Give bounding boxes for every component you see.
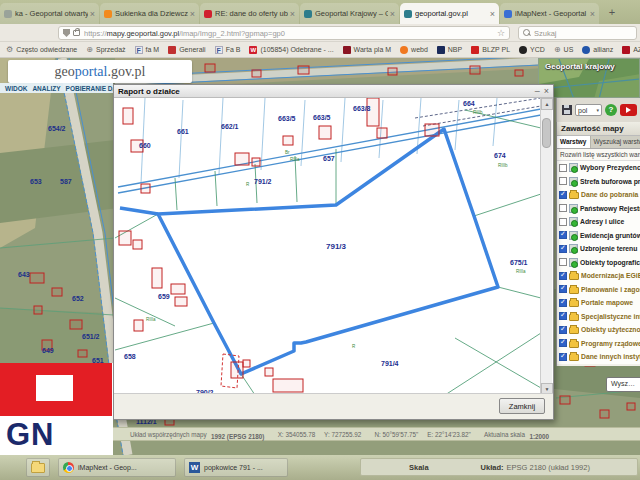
bookmark-item[interactable]: YCD [519, 46, 545, 54]
bookmark-item[interactable]: Generali [168, 46, 205, 54]
menu-item-analizy[interactable]: ANALIZY [32, 85, 60, 92]
layer-checkbox[interactable] [559, 204, 567, 212]
browser-tab[interactable]: RE: dane do oferty ubezp...× [200, 3, 299, 24]
site-favicon [437, 46, 445, 54]
taskbar-chrome-button[interactable]: iMapNext - Geop... [58, 458, 176, 477]
close-tab-icon[interactable]: × [90, 10, 95, 18]
layer-tree-item[interactable]: Specjalistyczne informacj [557, 310, 640, 324]
padlock-icon[interactable] [73, 30, 80, 36]
layer-checkbox[interactable] [559, 353, 567, 361]
bookmark-item[interactable]: ⊕US [554, 46, 573, 54]
close-tab-icon[interactable]: × [490, 10, 495, 18]
browser-tab[interactable]: iMapNext - Geoportal× [500, 3, 599, 24]
layer-tree-item[interactable]: Programy rządowe [557, 337, 640, 351]
bookmark-label: (105854) Odebrane - ... [260, 46, 333, 53]
bookmark-item[interactable]: Ffa M [135, 46, 160, 54]
browser-tab[interactable]: geoportal.gov.pl× [400, 3, 499, 24]
layer-label: Modernizacja EGiB [581, 272, 640, 279]
bookmark-label: fa M [146, 46, 160, 53]
expand-all-layers-link[interactable]: Rozwiń listę wszystkich warstw [557, 149, 640, 161]
layer-checkbox[interactable] [559, 326, 567, 334]
bookmark-star-icon[interactable]: ☆ [497, 29, 505, 38]
url-field[interactable]: https://mapy.geoportal.gov.pl/imap/Imgp_… [58, 26, 510, 40]
cadastral-map[interactable]: 664663/8663/5663/5662/1661660657791/2791… [115, 98, 541, 395]
layer-tree-item[interactable]: Obiekty użyteczności pub [557, 323, 640, 337]
tab-wyszukaj-warstwe[interactable]: Wyszukaj warstwę [591, 136, 640, 148]
layer-label: Planowanie i zagospodar [581, 286, 640, 293]
layer-tree-item[interactable]: Obiekty topograficzne [557, 256, 640, 270]
youtube-button[interactable] [620, 104, 637, 116]
bookmark-item[interactable]: allianz [582, 46, 613, 54]
layer-tree-item[interactable]: Ewidencja gruntów i b [557, 229, 640, 243]
layer-checkbox[interactable] [559, 272, 567, 280]
layer-checkbox[interactable] [559, 299, 567, 307]
dialog-title-bar[interactable]: Raport o działce – × [114, 85, 553, 98]
layer-tree-item[interactable]: Modernizacja EGiB [557, 269, 640, 283]
layers-tree: Wybory PrezydenckieStrefa buforowa przyD… [557, 161, 640, 364]
coord-e: E: 22°14'23.82" [427, 431, 470, 438]
language-select[interactable]: pol▾ [575, 104, 602, 116]
layer-checkbox[interactable] [559, 177, 567, 185]
bookmark-item[interactable]: NBP [437, 46, 462, 54]
site-favicon [622, 46, 630, 54]
layer-checkbox[interactable] [559, 191, 567, 199]
close-tab-icon[interactable]: × [390, 10, 395, 18]
bookmark-item[interactable]: W(105854) Odebrane - ... [249, 46, 333, 54]
taskbar-word-button[interactable]: W popkowice 791 - ... [184, 458, 288, 477]
layer-tree-item[interactable]: Planowanie i zagospodar [557, 283, 640, 297]
layer-checkbox[interactable] [559, 164, 567, 172]
save-icon[interactable] [562, 105, 572, 115]
scrollbar-thumb[interactable] [542, 118, 551, 148]
close-icon[interactable]: × [544, 87, 549, 96]
layer-checkbox[interactable] [559, 218, 567, 226]
menu-item-widok[interactable]: WIDOK [5, 85, 27, 92]
layer-checkbox[interactable] [559, 231, 567, 239]
tab-warstwy[interactable]: Warstwy [557, 136, 591, 148]
bookmark-item[interactable]: AZP WARTA [622, 46, 640, 54]
coord-n: N: 50°59'57.75" [375, 431, 419, 438]
scale-label[interactable]: Skala [409, 463, 429, 472]
bookmark-item[interactable]: BLZP PL [471, 46, 510, 54]
dialog-scrollbar[interactable]: ▲ ▼ [540, 98, 552, 395]
search-input[interactable]: Szukaj [518, 26, 637, 40]
close-tab-icon[interactable]: × [190, 10, 195, 18]
close-tab-icon[interactable]: × [290, 10, 295, 18]
layer-checkbox[interactable] [559, 312, 567, 320]
new-tab-button[interactable]: + [604, 5, 620, 21]
chevron-down-icon: ▾ [596, 107, 599, 113]
browser-tab[interactable]: Sukienka dla Dziewczynki× [100, 3, 199, 24]
parcel-number-label: 664 [463, 100, 475, 107]
layer-tree-item[interactable]: Dane do pobrania [557, 188, 640, 202]
layer-checkbox[interactable] [559, 285, 567, 293]
browser-navbar: https://mapy.geoportal.gov.pl/imap/Imgp_… [0, 24, 640, 42]
layer-checkbox[interactable] [559, 258, 567, 266]
close-dialog-button[interactable]: Zamknij [499, 398, 545, 414]
layer-tree-item[interactable]: Państwowy Rejestr G [557, 202, 640, 216]
layer-label: Specjalistyczne informacj [581, 313, 640, 320]
layer-tree-item[interactable]: Adresy i ulice [557, 215, 640, 229]
minimize-icon[interactable]: – [535, 87, 540, 96]
menu-item-pobieranie[interactable]: POBIERANIE DANYCH [66, 85, 113, 92]
browser-tab[interactable]: Geoportal Krajowy – Geop...× [300, 3, 399, 24]
taskbar-folder-button[interactable] [26, 458, 50, 477]
browser-tab[interactable]: ka - Geoportal otwarty× [0, 3, 99, 24]
scroll-up-icon[interactable]: ▲ [541, 98, 553, 110]
bookmark-item[interactable]: ⊕Sprzedaż [86, 46, 125, 54]
layer-tree-item[interactable]: Dane innych instytucji [557, 350, 640, 364]
bookmark-item[interactable]: ⚙Często odwiedzane [6, 46, 77, 54]
bookmark-label: Fa B [226, 46, 241, 53]
layer-tree-item[interactable]: Portale mapowe [557, 296, 640, 310]
layer-checkbox[interactable] [559, 339, 567, 347]
layer-tree-item[interactable]: Uzbrojenie terenu [557, 242, 640, 256]
close-tab-icon[interactable]: × [590, 10, 595, 18]
bookmark-item[interactable]: FFa B [215, 46, 241, 54]
search-map-button[interactable]: Wysz… [606, 377, 640, 392]
help-button[interactable]: ? [605, 104, 617, 116]
url-text: https://mapy.geoportal.gov.pl/imap/Imgp_… [84, 29, 497, 38]
layer-checkbox[interactable] [559, 245, 567, 253]
layer-tree-item[interactable]: Strefa buforowa przy [557, 175, 640, 189]
bookmark-item[interactable]: Warta pla M [343, 46, 391, 54]
bookmark-item[interactable]: webd [400, 46, 428, 54]
tracking-shield-icon[interactable] [63, 29, 70, 37]
layer-tree-item[interactable]: Wybory Prezydenckie [557, 161, 640, 175]
